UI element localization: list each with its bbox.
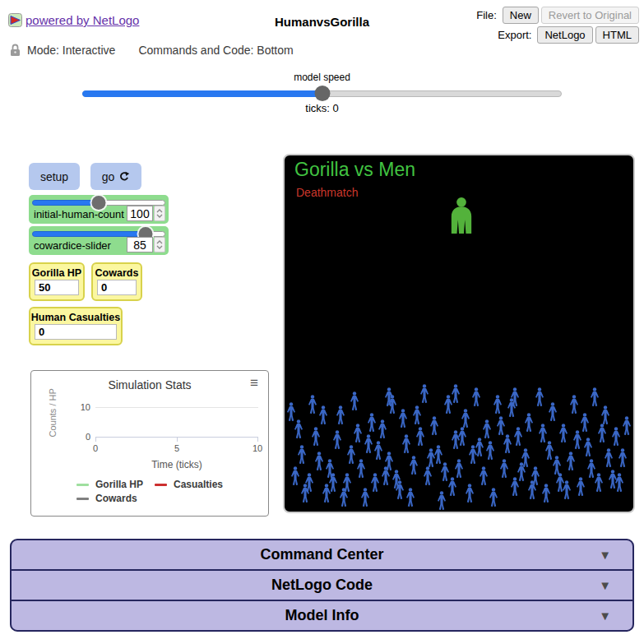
plot-x-axis-label: Time (ticks) [95, 459, 258, 470]
slider-label: cowardice-slider [34, 239, 111, 252]
world-agents [285, 155, 633, 512]
human-agent [614, 473, 624, 493]
human-agent [405, 488, 415, 507]
ticks-counter: ticks: 0 [0, 102, 644, 114]
chevron-down-icon: ▼ [599, 548, 611, 562]
human-agent [548, 402, 558, 422]
human-agent [517, 462, 526, 482]
human-agent [426, 448, 436, 468]
slider-value-input[interactable]: 100 [127, 206, 153, 221]
human-agent [552, 456, 562, 475]
x-tick-5: 5 [164, 443, 189, 453]
x-tick-0: 0 [83, 443, 108, 453]
human-agent [465, 484, 475, 503]
human-agent [356, 459, 366, 479]
human-agent [493, 395, 503, 415]
x-tickmark [177, 437, 178, 442]
commands-code-text: Commands and Code: Bottom [138, 44, 293, 57]
slider-spinner[interactable] [154, 206, 165, 221]
section-netlogo-code[interactable]: NetLogo Code ▼ [12, 569, 632, 600]
human-agent [583, 438, 593, 457]
human-agent [398, 409, 408, 429]
legend-label: Gorilla HP [95, 479, 143, 490]
human-agent [384, 387, 394, 407]
file-revert-button[interactable]: Revert to Original [541, 7, 639, 24]
legend-item-casualties: Casualties [155, 479, 223, 490]
human-agent [576, 477, 586, 497]
x-tickmark [95, 437, 96, 442]
model-speed-label: model speed [0, 72, 644, 83]
human-agent [600, 405, 610, 425]
bottom-sections: Command Center ▼ NetLogo Code ▼ Model In… [10, 539, 634, 632]
human-agent [510, 387, 520, 407]
world-view: Gorilla vs Men Deathmatch [283, 154, 635, 513]
human-agent [401, 434, 411, 454]
x-tick-10: 10 [245, 443, 270, 453]
export-label: Export: [498, 29, 531, 41]
section-label: Model Info [285, 607, 359, 624]
human-agent [538, 424, 548, 443]
monitor-title: Cowards [93, 267, 141, 279]
spinner-down-icon [156, 245, 163, 249]
y-tick-0: 0 [71, 432, 90, 442]
gridline-10 [95, 407, 258, 408]
plot-menu-icon[interactable]: ≡ [250, 376, 258, 390]
slider-spinner[interactable] [154, 237, 165, 253]
go-button[interactable]: go [90, 163, 141, 190]
section-command-center[interactable]: Command Center ▼ [12, 540, 632, 569]
slider-value-input[interactable]: 85 [127, 237, 153, 253]
file-label: File: [476, 9, 497, 21]
human-agent [336, 405, 345, 425]
human-agent [503, 434, 512, 454]
plot-title: Simulation Stats [31, 378, 268, 391]
human-agent [489, 488, 498, 507]
human-agent [415, 427, 425, 447]
human-agent [286, 402, 296, 422]
human-agent [611, 427, 621, 447]
human-agent [412, 405, 422, 425]
file-export-controls: File:NewRevert to Original Export:NetLog… [476, 7, 639, 46]
spinner-down-icon [156, 214, 163, 218]
human-agent [440, 462, 450, 482]
monitor-value: 50 [35, 280, 79, 295]
setup-button-label: setup [40, 170, 68, 183]
section-model-info[interactable]: Model Info ▼ [12, 600, 632, 630]
widget-slider-initial-human-count[interactable]: initial-human-count 100 [29, 195, 169, 224]
x-tickmark [257, 437, 258, 442]
model-speed-thumb[interactable] [314, 86, 330, 101]
human-agent [328, 473, 338, 493]
plot-y-axis-label: Counts / HP [48, 384, 59, 442]
spinner-up-icon [156, 240, 163, 244]
human-agent [409, 456, 419, 475]
legend-item-cowards: Cowards [76, 493, 143, 504]
monitor-title: Gorilla HP [30, 267, 83, 279]
file-new-button[interactable]: New [503, 7, 539, 24]
monitor-title: Human Casualties [30, 312, 121, 323]
chevron-down-icon: ▼ [599, 609, 611, 623]
model-speed-slider[interactable] [82, 86, 562, 101]
human-agent [572, 430, 582, 450]
human-agent [604, 448, 614, 468]
human-agent [308, 395, 317, 415]
export-html-button[interactable]: HTML [595, 26, 639, 44]
setup-button[interactable]: setup [29, 163, 80, 190]
human-agent [475, 438, 484, 457]
y-tick-10: 10 [71, 402, 90, 412]
netlogo-web-page: powered by NetLogo HumanvsGorilla File:N… [0, 0, 644, 644]
human-agent [346, 445, 356, 465]
human-agent [471, 387, 481, 407]
human-agent [482, 419, 492, 439]
monitor-cowards: Cowards 0 [91, 262, 142, 301]
human-agent [535, 387, 544, 407]
slider-label: initial-human-count [34, 208, 124, 220]
human-agent [622, 416, 632, 436]
export-netlogo-button[interactable]: NetLogo [537, 26, 592, 44]
human-agent [566, 452, 576, 471]
human-agent [318, 405, 328, 425]
human-agent [558, 424, 568, 443]
human-agent [297, 445, 307, 465]
monitor-gorilla-hp: Gorilla HP 50 [29, 262, 85, 301]
human-agent [364, 434, 373, 454]
widget-slider-cowardice[interactable]: cowardice-slider 85 [29, 226, 169, 255]
legend-swatch-green [76, 484, 89, 486]
